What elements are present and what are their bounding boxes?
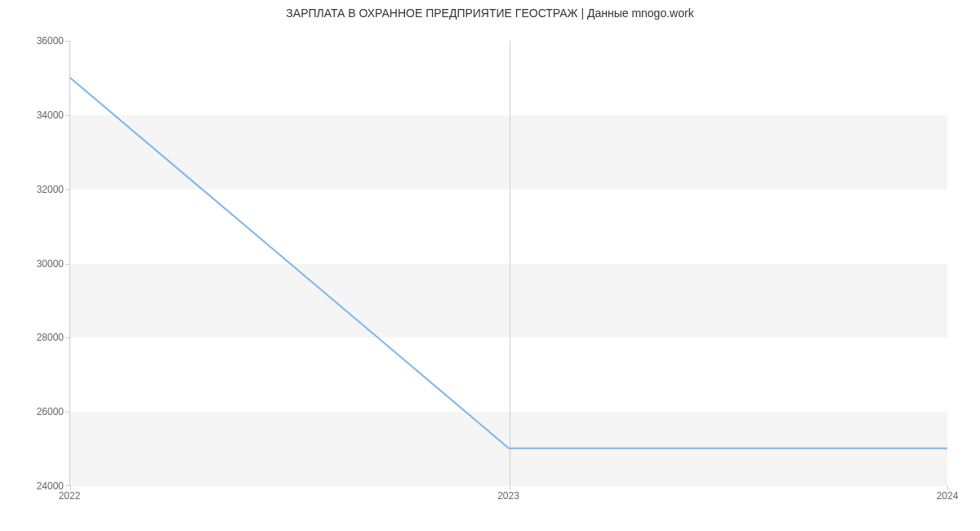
x-tick-label: 2023 <box>497 490 519 502</box>
y-tick-label: 36000 <box>37 35 64 47</box>
y-tick-label: 32000 <box>37 184 64 195</box>
y-tick-label: 28000 <box>37 332 64 343</box>
plot-area <box>69 41 947 486</box>
x-tick-label: 2024 <box>937 490 959 502</box>
x-tick-label: 2022 <box>59 490 81 502</box>
chart-title: ЗАРПЛАТА В ОХРАННОЕ ПРЕДПРИЯТИЕ ГЕОСТРАЖ… <box>0 7 980 20</box>
x-tick <box>510 485 510 490</box>
x-tick <box>947 485 948 490</box>
data-line <box>70 41 947 485</box>
salary-chart: ЗАРПЛАТА В ОХРАННОЕ ПРЕДПРИЯТИЕ ГЕОСТРАЖ… <box>0 0 980 531</box>
y-tick-label: 34000 <box>37 109 64 121</box>
y-tick-label: 30000 <box>37 258 64 270</box>
y-tick-label: 26000 <box>37 406 64 417</box>
x-tick <box>70 485 71 490</box>
